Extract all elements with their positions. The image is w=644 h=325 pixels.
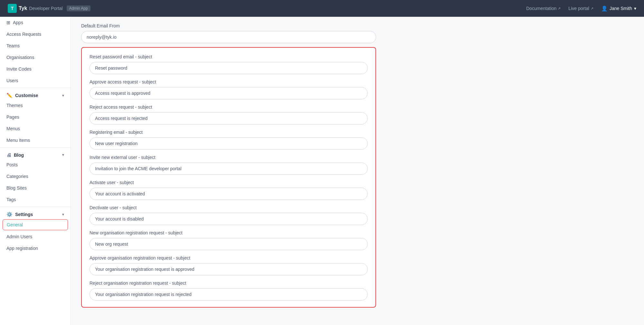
chevron-down-icon: ▾: [62, 94, 64, 98]
blog-icon: 🖨: [6, 152, 11, 158]
activate-user-field: Activate user - subject: [90, 180, 368, 200]
tyk-logo: T Tyk Developer Portal: [8, 4, 63, 13]
registering-email-label: Registering email - subject: [90, 130, 368, 135]
live-portal-link[interactable]: Live portal ↗: [568, 6, 593, 11]
sidebar-section-settings[interactable]: ⚙️ Settings ▾: [0, 208, 71, 219]
sidebar-section-customise[interactable]: ✏️ Customise ▾: [0, 89, 71, 100]
main-content: Default Email From Reset password email …: [71, 17, 644, 325]
chevron-down-icon: ▾: [634, 6, 636, 11]
sidebar: ⊞ Apps Access Requests Teams Organisatio…: [0, 17, 71, 325]
user-menu[interactable]: 👤 Jane Smith ▾: [601, 5, 636, 12]
reject-access-field: Reject access request - subject: [90, 104, 368, 124]
activate-user-label: Activate user - subject: [90, 180, 368, 185]
external-link-icon: ↗: [558, 6, 561, 11]
activate-user-input[interactable]: [90, 188, 368, 200]
sidebar-item-themes[interactable]: Themes: [0, 100, 71, 111]
registering-email-field: Registering email - subject: [90, 130, 368, 150]
sidebar-item-access-requests[interactable]: Access Requests: [0, 28, 71, 40]
sidebar-item-categories[interactable]: Categories: [0, 171, 71, 182]
reset-password-input[interactable]: [90, 62, 368, 74]
sidebar-item-app-registration[interactable]: App registration: [0, 242, 71, 254]
invite-external-input[interactable]: [90, 162, 368, 175]
sidebar-item-pages[interactable]: Pages: [0, 111, 71, 123]
approve-org-label: Approve organisation registration reques…: [90, 255, 368, 261]
sidebar-item-organisations[interactable]: Organisations: [0, 52, 71, 63]
sidebar-item-admin-users[interactable]: Admin Users: [0, 231, 71, 242]
logo-icon: T: [8, 4, 17, 13]
sidebar-item-general[interactable]: General: [3, 219, 68, 230]
deactivate-user-label: Dectivate user - subject: [90, 205, 368, 210]
new-org-request-field: New organisation registration request - …: [90, 230, 368, 250]
documentation-link[interactable]: Documentation ↗: [526, 6, 561, 11]
reject-org-field: Reject organisation registration request…: [90, 281, 368, 300]
sidebar-item-users[interactable]: Users: [0, 75, 71, 86]
reset-password-label: Reset password email - subject: [90, 54, 368, 59]
chevron-down-icon: ▾: [62, 212, 64, 217]
approve-access-field: Approve access request - subject: [90, 79, 368, 99]
sidebar-item-apps[interactable]: ⊞ Apps: [0, 17, 71, 28]
invite-external-field: Invite new external user - subject: [90, 155, 368, 175]
approve-org-input[interactable]: [90, 263, 368, 275]
customise-icon: ✏️: [6, 93, 13, 98]
sidebar-item-invite-codes[interactable]: Invite Codes: [0, 63, 71, 75]
reject-access-input[interactable]: [90, 112, 368, 124]
sidebar-item-tags[interactable]: Tags: [0, 194, 71, 205]
sidebar-item-menu-items[interactable]: Menu Items: [0, 134, 71, 146]
email-subjects-section: Reset password email - subject Approve a…: [81, 47, 376, 308]
invite-external-label: Invite new external user - subject: [90, 155, 368, 160]
reset-password-field: Reset password email - subject: [90, 54, 368, 74]
reject-org-input[interactable]: [90, 288, 368, 300]
deactivate-user-input[interactable]: [90, 213, 368, 225]
app-header: T Tyk Developer Portal Admin App Documen…: [0, 0, 644, 17]
sidebar-section-blog[interactable]: 🖨 Blog ▾: [0, 149, 71, 159]
settings-icon: ⚙️: [6, 212, 13, 217]
user-name: Jane Smith: [610, 6, 632, 11]
apps-icon: ⊞: [6, 20, 10, 25]
reject-access-label: Reject access request - subject: [90, 104, 368, 110]
external-link-icon: ↗: [591, 6, 593, 11]
default-email-label: Default Email From: [81, 23, 376, 28]
user-avatar-icon: 👤: [601, 5, 608, 12]
header-left: T Tyk Developer Portal Admin App: [8, 4, 90, 13]
new-org-request-input[interactable]: [90, 238, 368, 250]
registering-email-input[interactable]: [90, 137, 368, 150]
chevron-down-icon: ▾: [62, 153, 64, 157]
reject-org-label: Reject organisation registration request…: [90, 281, 368, 286]
approve-org-field: Approve organisation registration reques…: [90, 255, 368, 275]
default-email-section: Default Email From: [81, 23, 376, 43]
default-email-input[interactable]: [81, 31, 376, 43]
sidebar-item-menus[interactable]: Menus: [0, 123, 71, 134]
approve-access-label: Approve access request - subject: [90, 79, 368, 84]
sidebar-item-blog-sites[interactable]: Blog Sites: [0, 182, 71, 194]
deactivate-user-field: Dectivate user - subject: [90, 205, 368, 225]
sidebar-item-posts[interactable]: Posts: [0, 159, 71, 171]
portal-text: Developer Portal: [29, 6, 62, 11]
header-right: Documentation ↗ Live portal ↗ 👤 Jane Smi…: [526, 5, 636, 12]
new-org-request-label: New organisation registration request - …: [90, 230, 368, 235]
sidebar-item-teams[interactable]: Teams: [0, 40, 71, 52]
approve-access-input[interactable]: [90, 87, 368, 99]
logo-text: Tyk: [19, 5, 27, 11]
admin-badge: Admin App: [67, 5, 90, 11]
